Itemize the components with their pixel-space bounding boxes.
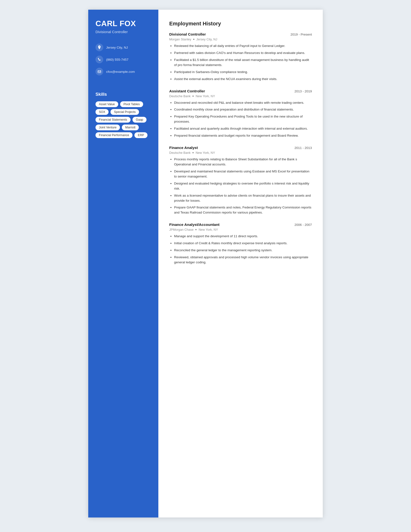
phone-text: (860) 555-7457 xyxy=(106,58,128,61)
contact-phone: (860) 555-7457 xyxy=(95,56,151,63)
bullet-item: Reviewed, obtained approvals and process… xyxy=(174,255,312,265)
dot-separator xyxy=(192,152,194,153)
jobs-container: Divisional Controller2019 - PresentMorga… xyxy=(169,32,312,265)
bullet-item: Work as a licensed representative to adv… xyxy=(174,193,312,203)
bullet-item: Designed and evaluated hedging strategie… xyxy=(174,181,312,191)
location-icon xyxy=(95,44,103,51)
job-title: Finance Analyst/Accountant xyxy=(169,222,220,227)
skill-tag: Pivot Tables xyxy=(120,101,143,107)
dot-separator xyxy=(193,39,194,40)
main-content: Employment History Divisional Controller… xyxy=(158,10,323,517)
job-company: JPMorgan ChaseNew York, NY xyxy=(169,228,312,231)
job-header: Assistant Controller2013 - 2019 xyxy=(169,89,312,93)
job-title: Finance Analyst xyxy=(169,146,198,150)
job-block: Assistant Controller2013 - 2019Deutsche … xyxy=(169,89,312,139)
job-header: Finance Analyst2011 - 2013 xyxy=(169,146,312,150)
company-location: Jersey City, NJ xyxy=(196,38,217,41)
skill-tag: Gaap xyxy=(132,117,147,123)
skill-tag: Financial Performance xyxy=(95,132,132,138)
job-dates: 2019 - Present xyxy=(290,33,312,36)
company-location: New York, NY xyxy=(196,151,215,154)
resume-container: CARL FOX Divisional Controller Jersey Ci… xyxy=(88,10,323,517)
company-location: New York, NY xyxy=(196,94,215,98)
bullet-item: Prepared financial statements and budget… xyxy=(174,133,312,138)
sidebar: CARL FOX Divisional Controller Jersey Ci… xyxy=(88,10,158,517)
job-bullets-list: Discovered and reconciled old P&L and ba… xyxy=(169,100,312,139)
skill-tag: Asset Value xyxy=(95,101,118,107)
job-title: Assistant Controller xyxy=(169,89,205,93)
job-block: Divisional Controller2019 - PresentMorga… xyxy=(169,32,312,82)
location-text: Jersey City, NJ xyxy=(106,46,128,49)
candidate-title: Divisional Controller xyxy=(95,30,151,34)
bullet-item: Assist the external auditors and the NCU… xyxy=(174,77,312,82)
employment-section-title: Employment History xyxy=(169,20,312,27)
bullet-item: Facilitated a $1.5 billion divestiture o… xyxy=(174,57,312,68)
email-text: cfox@example.com xyxy=(106,70,135,74)
job-bullets-list: Process monthly reports relating to Bala… xyxy=(169,157,312,215)
svg-rect-0 xyxy=(98,71,101,73)
company-name: Morgan Stanley xyxy=(169,38,191,41)
bullet-item: Coordinated monthly close and preparatio… xyxy=(174,107,312,112)
contact-email: cfox@example.com xyxy=(95,68,151,76)
bullet-item: Participated in Sarbanes-Oxley complianc… xyxy=(174,70,312,75)
skill-tag: Marriott xyxy=(122,124,139,130)
company-name: Deutsche Bank xyxy=(169,94,190,98)
dot-separator xyxy=(195,229,196,230)
skill-tag: ERP xyxy=(134,132,148,138)
job-company: Morgan StanleyJersey City, NJ xyxy=(169,38,312,41)
bullet-item: Prepare GAAP financial statements and no… xyxy=(174,205,312,215)
skills-title: Skills xyxy=(95,92,151,97)
job-header: Divisional Controller2019 - Present xyxy=(169,32,312,37)
job-dates: 2011 - 2013 xyxy=(294,146,312,150)
company-location: New York, NY xyxy=(198,228,218,231)
job-block: Finance Analyst/Accountant2006 - 2007JPM… xyxy=(169,222,312,265)
skill-tag: Special Projects xyxy=(111,109,139,115)
job-company: Deutsche BankNew York, NY xyxy=(169,94,312,98)
job-company: Deutsche BankNew York, NY xyxy=(169,151,312,154)
bullet-item: Process monthly reports relating to Bala… xyxy=(174,157,312,167)
skill-tag: Joint Venture xyxy=(95,124,120,130)
bullet-item: Manage and support the development of 11… xyxy=(174,234,312,239)
bullet-item: Discovered and reconciled old P&L and ba… xyxy=(174,100,312,105)
job-bullets-list: Manage and support the development of 11… xyxy=(169,234,312,265)
bullet-item: Developed and maintained financial state… xyxy=(174,169,312,179)
bullet-item: Reconciled the general ledger to the man… xyxy=(174,248,312,253)
job-block: Finance Analyst2011 - 2013Deutsche BankN… xyxy=(169,146,312,215)
email-icon xyxy=(95,68,103,76)
company-name: Deutsche Bank xyxy=(169,151,190,154)
skill-tag: Financial Statements xyxy=(95,117,131,123)
contact-location: Jersey City, NJ xyxy=(95,44,151,51)
candidate-name: CARL FOX xyxy=(95,19,151,28)
job-header: Finance Analyst/Accountant2006 - 2007 xyxy=(169,222,312,227)
skill-tag: SOX xyxy=(95,109,109,115)
bullet-item: Partnered with sales division CAO's and … xyxy=(174,50,312,56)
bullet-item: Reviewed the balancing of all daily entr… xyxy=(174,44,312,49)
skills-tags: Asset ValuePivot TablesSOXSpecial Projec… xyxy=(95,101,151,138)
bullet-item: Initial creation of Credit & Rates month… xyxy=(174,241,312,246)
job-bullets-list: Reviewed the balancing of all daily entr… xyxy=(169,44,312,82)
dot-separator xyxy=(192,95,194,97)
job-dates: 2013 - 2019 xyxy=(294,89,312,93)
job-dates: 2006 - 2007 xyxy=(294,223,312,227)
bullet-item: Prepared Key Operating Procedures and Po… xyxy=(174,114,312,124)
bullet-item: Facilitated annual and quarterly audits … xyxy=(174,126,312,131)
contact-list: Jersey City, NJ (860) 555-7457 cfox@e xyxy=(95,44,151,80)
job-title: Divisional Controller xyxy=(169,32,206,37)
company-name: JPMorgan Chase xyxy=(169,228,193,231)
phone-icon xyxy=(95,56,103,63)
